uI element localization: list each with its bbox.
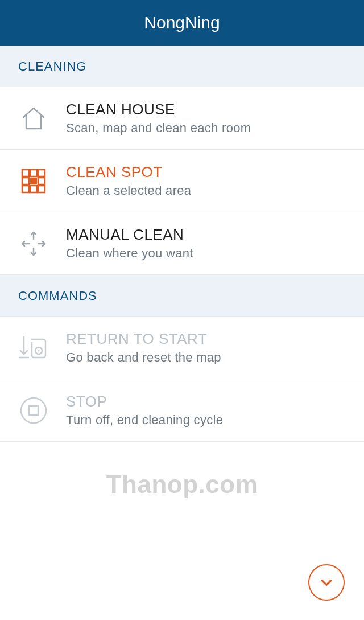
svg-point-11 [21,398,46,423]
svg-rect-1 [30,170,37,176]
svg-rect-3 [22,178,29,184]
item-subtitle: Go back and reset the map [66,350,346,365]
item-subtitle: Turn off, end cleaning cycle [66,413,346,428]
expand-fab-button[interactable] [308,564,345,601]
svg-point-10 [38,350,40,351]
item-title: CLEAN HOUSE [66,101,346,118]
menu-item-text: CLEAN HOUSE Scan, map and clean each roo… [66,101,346,136]
page-title: NongNing [144,13,220,32]
section-header-cleaning: CLEANING [0,46,364,87]
chevron-down-icon [319,575,334,590]
app-header: NongNing [0,0,364,46]
svg-rect-2 [38,170,45,176]
menu-item-clean-spot[interactable]: CLEAN SPOT Clean a selected area [0,150,364,212]
item-title: CLEAN SPOT [66,163,346,181]
house-icon [18,103,49,134]
stop-icon [18,395,49,426]
item-subtitle: Clean where you want [66,246,346,261]
move-arrows-icon [18,228,49,259]
section-label: COMMANDS [18,289,97,303]
menu-item-text: STOP Turn off, end cleaning cycle [66,393,346,428]
svg-rect-6 [30,186,37,192]
watermark-text: Thanop.com [0,470,364,499]
item-title: MANUAL CLEAN [66,226,346,244]
svg-rect-7 [38,186,45,192]
menu-item-stop[interactable]: STOP Turn off, end cleaning cycle [0,379,364,442]
menu-item-return-to-start[interactable]: RETURN TO START Go back and reset the ma… [0,317,364,379]
item-subtitle: Clean a selected area [66,183,346,198]
item-subtitle: Scan, map and clean each room [66,121,346,136]
svg-rect-5 [22,186,29,192]
svg-rect-8 [30,178,37,184]
menu-item-text: RETURN TO START Go back and reset the ma… [66,330,346,365]
item-title: STOP [66,393,346,410]
item-title: RETURN TO START [66,330,346,348]
return-dock-icon [18,332,49,363]
section-label: CLEANING [18,59,86,73]
menu-item-text: CLEAN SPOT Clean a selected area [66,163,346,198]
menu-item-text: MANUAL CLEAN Clean where you want [66,226,346,261]
grid-icon [18,166,49,196]
menu-item-manual-clean[interactable]: MANUAL CLEAN Clean where you want [0,212,364,275]
section-header-commands: COMMANDS [0,275,364,317]
svg-rect-12 [29,406,38,415]
menu-item-clean-house[interactable]: CLEAN HOUSE Scan, map and clean each roo… [0,87,364,150]
svg-rect-4 [38,178,45,184]
svg-rect-0 [22,170,29,176]
